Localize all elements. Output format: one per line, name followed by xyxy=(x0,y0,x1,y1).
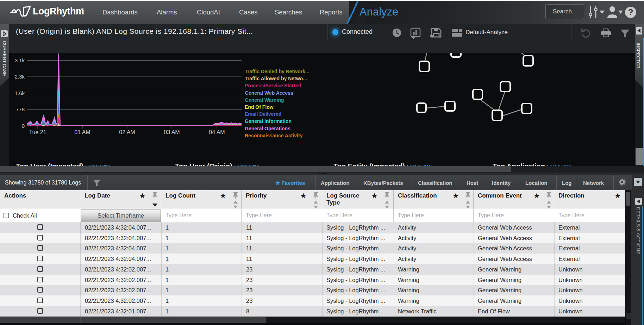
svg-text:778: 778 xyxy=(16,106,25,112)
svg-text:?: ? xyxy=(628,7,633,17)
svg-text:04 AM: 04 AM xyxy=(209,129,225,135)
svg-text:01 AM: 01 AM xyxy=(74,129,90,135)
svg-text:1.6k: 1.6k xyxy=(15,90,25,96)
svg-text:2.3k: 2.3k xyxy=(15,74,25,80)
svg-text:3.1k: 3.1k xyxy=(15,57,25,63)
svg-text:0: 0 xyxy=(22,123,25,129)
svg-text:Tue 21: Tue 21 xyxy=(29,129,46,135)
svg-text:02 AM: 02 AM xyxy=(119,129,135,135)
svg-text:03 AM: 03 AM xyxy=(164,129,180,135)
